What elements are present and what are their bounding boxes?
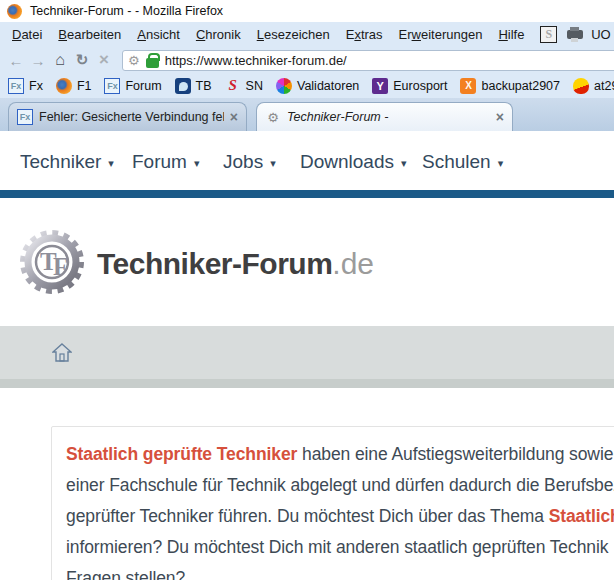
- menu-item-lesezeichen[interactable]: Lesezeichen: [249, 24, 338, 45]
- bookmark-item-eurosport[interactable]: YEurosport: [372, 78, 447, 94]
- sn-bookmark-icon: S: [225, 78, 241, 94]
- site-nav-item-jobs[interactable]: Jobs▾: [223, 147, 276, 177]
- chevron-down-icon: ▾: [498, 154, 504, 170]
- scrapbook-icon[interactable]: S: [540, 26, 557, 43]
- breadcrumb-bar: [0, 326, 614, 379]
- content-text: einer Fachschule für Technik abgelegt un…: [66, 475, 614, 495]
- bookmark-label: Fx: [29, 79, 43, 93]
- bookmark-item-sn[interactable]: SSN: [225, 78, 263, 94]
- site-nav-item-forum[interactable]: Forum▾: [132, 147, 199, 177]
- firefox-logo-icon: [7, 4, 22, 19]
- tab-close-icon[interactable]: ×: [496, 109, 504, 125]
- site-nav-label: Jobs: [223, 151, 263, 173]
- site-nav-label: Downloads: [300, 151, 394, 173]
- fx-bookmark-icon: Fx: [8, 78, 24, 94]
- tab-title: Techniker-Forum -: [287, 110, 490, 124]
- bookmark-label: TB: [196, 79, 212, 93]
- bookmark-item-backupat2907[interactable]: Xbackupat2907: [460, 78, 560, 94]
- home-button[interactable]: ⌂: [49, 49, 71, 71]
- bookmark-label: SN: [246, 79, 263, 93]
- paragraph-line: informieren? Du möchtest Dich mit andere…: [66, 532, 614, 563]
- printer-paper-shape: [571, 38, 578, 42]
- logo-tld: .de: [332, 247, 374, 280]
- menu-item-erweiterungen[interactable]: Erweiterungen: [391, 24, 491, 45]
- bookmark-item-validatoren[interactable]: Validatoren: [276, 78, 359, 94]
- bookmark-item-tb[interactable]: TB: [175, 78, 212, 94]
- bookmark-item-at2907-net[interactable]: at2907.net: [573, 78, 614, 94]
- menu-item-ansicht[interactable]: Ansicht: [129, 24, 188, 45]
- bookmark-item-fx[interactable]: FxFx: [8, 78, 43, 94]
- paragraph-line: geprüfter Techniker führen. Du möchtest …: [66, 501, 614, 532]
- svg-text:F: F: [53, 253, 68, 280]
- tab-fehler-gesicherte-verbindung-fehlg[interactable]: FxFehler: Gesicherte Verbindung fehlg...…: [8, 102, 247, 131]
- duck-bookmark-icon: [573, 78, 589, 94]
- forward-button[interactable]: →: [27, 49, 49, 71]
- chevron-down-icon: ▾: [108, 154, 114, 170]
- site-nav-label: Forum: [132, 151, 187, 173]
- site-logo[interactable]: T F Techniker-Forum.de: [16, 226, 374, 302]
- tab-techniker-forum[interactable]: ⚙Techniker-Forum -×: [256, 102, 513, 131]
- fx-bookmark-icon: Fx: [104, 78, 120, 94]
- firefox-bookmark-icon: [56, 78, 72, 94]
- browser-window: Techniker-Forum - - Mozilla Firefox Date…: [0, 0, 614, 580]
- logo-text: Techniker-Forum: [97, 247, 332, 280]
- site-nav-divider-bar: [0, 190, 614, 198]
- tb-bookmark-icon: [175, 78, 191, 94]
- bookmark-label: F1: [77, 79, 92, 93]
- site-favicon-gear-icon: ⚙: [128, 54, 140, 67]
- content-text: Fragen stellen?: [66, 568, 185, 580]
- paragraph-line: einer Fachschule für Technik abgelegt un…: [66, 470, 614, 501]
- flower-bookmark-icon: [276, 78, 292, 94]
- print-icon[interactable]: [566, 26, 583, 43]
- menu-bar: DateiBearbeitenAnsichtChronikLesezeichen…: [0, 22, 614, 47]
- content-text: informieren? Du möchtest Dich mit andere…: [66, 537, 608, 557]
- menu-item-hilfe[interactable]: Hilfe: [490, 24, 532, 45]
- site-nav-item-downloads[interactable]: Downloads▾: [300, 147, 407, 177]
- site-nav-item-techniker[interactable]: Techniker▾: [20, 147, 114, 177]
- bookmark-label: Validatoren: [297, 79, 359, 93]
- ssl-lock-icon[interactable]: [146, 58, 159, 68]
- intro-text-panel: Staatlich geprüfte Techniker haben eine …: [51, 426, 614, 580]
- xampp-bookmark-icon: X: [460, 78, 476, 94]
- chevron-down-icon: ▾: [401, 154, 407, 170]
- tab-close-icon[interactable]: ×: [230, 109, 238, 125]
- site-nav-item-schulen[interactable]: Schulen▾: [422, 147, 503, 177]
- title-bar: Techniker-Forum - - Mozilla Firefox: [0, 0, 614, 22]
- y-bookmark-icon: Y: [372, 78, 388, 94]
- menu-item-bearbeiten[interactable]: Bearbeiten: [50, 24, 129, 45]
- content-text: geprüfter Techniker führen. Du möchtest …: [66, 506, 549, 526]
- gear-logo-icon: T F: [16, 226, 88, 302]
- bookmark-label: backupat2907: [481, 79, 560, 93]
- url-text[interactable]: https://www.techniker-forum.de/: [165, 53, 347, 68]
- site-nav-label: Techniker: [20, 151, 101, 173]
- content-text: haben eine Aufstiegsweiterbildung sowie: [297, 444, 613, 464]
- site-nav-label: Schulen: [422, 151, 491, 173]
- printer-top-shape: [570, 27, 579, 31]
- menu-item-extras[interactable]: Extras: [338, 24, 391, 45]
- back-button[interactable]: ←: [5, 49, 27, 71]
- reload-button[interactable]: ↻: [71, 49, 93, 71]
- stop-button[interactable]: ×: [93, 49, 115, 71]
- chevron-down-icon: ▾: [270, 154, 276, 170]
- breadcrumb-shadow: [0, 379, 614, 388]
- breadcrumb-home-icon[interactable]: [52, 343, 72, 366]
- bookmark-label: Eurosport: [393, 79, 447, 93]
- page-content: Techniker▾Forum▾Jobs▾Downloads▾Schulen▾: [0, 131, 614, 580]
- bookmark-label: at2907.net: [594, 79, 614, 93]
- bookmarks-toolbar: FxFxF1FxForumTBSSNValidatorenYEurosportX…: [0, 73, 614, 98]
- bookmark-label: Forum: [125, 79, 161, 93]
- paragraph-line: Staatlich geprüfte Techniker haben eine …: [66, 439, 614, 470]
- paragraph-line: Fragen stellen?: [66, 563, 614, 580]
- content-link[interactable]: Staatlich: [549, 506, 614, 526]
- url-bar[interactable]: ⚙ https://www.techniker-forum.de/: [122, 50, 614, 71]
- bookmark-item-forum[interactable]: FxForum: [104, 78, 161, 94]
- tab-bar: FxFehler: Gesicherte Verbindung fehlg...…: [0, 98, 614, 131]
- tab-title: Fehler: Gesicherte Verbindung fehlg...: [39, 110, 224, 124]
- content-link[interactable]: Staatlich geprüfte Techniker: [66, 444, 297, 464]
- chevron-down-icon: ▾: [194, 154, 200, 170]
- bookmark-item-f1[interactable]: F1: [56, 78, 92, 94]
- window-title: Techniker-Forum - - Mozilla Firefox: [30, 4, 223, 18]
- menu-item-chronik[interactable]: Chronik: [188, 24, 249, 45]
- menu-item-datei[interactable]: Datei: [4, 24, 50, 45]
- ublock-origin-icon[interactable]: UO: [592, 26, 609, 43]
